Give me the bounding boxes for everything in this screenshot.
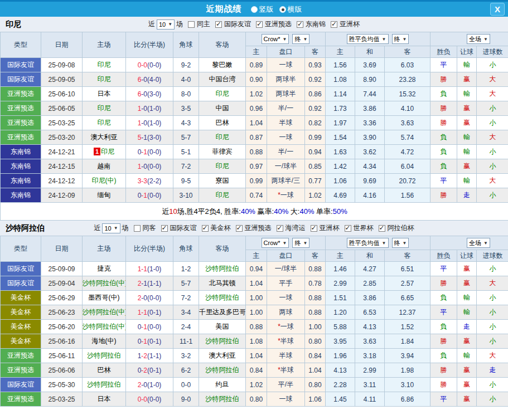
halftime-score: (0-0)	[147, 148, 161, 156]
select-value: Crow*	[264, 240, 280, 246]
result-group-header: 全场▼	[430, 32, 508, 46]
avg-home-cell: 1.42	[326, 159, 355, 174]
away-odds-cell: 0.78	[305, 276, 326, 291]
column-header: 类型	[1, 32, 41, 58]
away-goals: 3	[143, 177, 147, 185]
league-checkbox[interactable]	[311, 225, 317, 232]
league-checkbox[interactable]	[379, 225, 385, 232]
avg-draw-cell: 4.34	[355, 159, 385, 174]
avg-home-cell: 1.08	[326, 72, 355, 87]
score-cell: 1-0(0-0)	[126, 159, 173, 174]
handicap-result-cell: 輸	[457, 291, 477, 305]
final-odds-select[interactable]: 终▼	[292, 238, 309, 248]
table-row: 东南锦24-12-09缅甸0-1(0-0)3-10印尼0.74*一球1.024.…	[1, 188, 508, 203]
avg-home-cell: 3.95	[326, 334, 355, 349]
away-team-name: 沙特阿拉伯	[206, 395, 239, 403]
handicap-cell: 一/球半	[267, 262, 305, 276]
away-goals: 1	[143, 323, 147, 331]
away-odds-cell: 0.92	[305, 101, 326, 116]
corner-cell: 3-2	[173, 349, 199, 363]
corner-cell: 3-4	[173, 305, 199, 320]
table-row: 国际友谊25-09-09捷克1-1(1-0)1-2沙特阿拉伯0.94一/球半0.…	[1, 262, 508, 276]
avg-home-cell: 2.99	[326, 276, 355, 291]
wdl-result-cell: 負	[430, 349, 457, 363]
table-row: 美金杯25-06-16海地(中)0-1(0-1)11-1沙特阿拉伯1.08*半球…	[1, 334, 508, 349]
away-team-name: 寮国	[216, 177, 229, 184]
select-value: Crow*	[264, 36, 280, 42]
avg-draw-cell: 3.86	[355, 291, 385, 305]
handicap-result-cell: 輸	[457, 87, 477, 101]
home-team-name: 沙特阿拉伯(中)	[83, 323, 126, 330]
home-team-name: 巴林	[98, 366, 111, 374]
corner-cell: 9-0	[173, 392, 199, 407]
sub-column-header: 主	[246, 46, 267, 58]
close-icon[interactable]: X	[490, 3, 505, 16]
avg-draw-cell: 2.85	[355, 276, 385, 291]
summary-text: 40%	[274, 207, 288, 216]
wdl-result-cell: 平	[430, 58, 457, 72]
wdl-average-select[interactable]: 胜平负均值▼	[347, 238, 389, 248]
corner-cell: 5-7	[173, 276, 199, 291]
horizontal-layout-radio[interactable]	[279, 6, 286, 13]
home-odds-cell: 0.94	[246, 262, 267, 276]
league-checkbox[interactable]	[345, 225, 351, 232]
goals-result-cell: 大	[477, 87, 508, 101]
away-team-cell: 沙特阿拉伯	[199, 363, 246, 378]
home-team-name: 印尼(中)	[92, 177, 117, 184]
final-odds-select[interactable]: 终▼	[292, 34, 309, 44]
score-cell: 1-0(1-0)	[126, 116, 173, 130]
corner-cell: 2-4	[173, 320, 199, 334]
home-odds-cell: 0.97	[246, 159, 267, 174]
avg-away-cell: 1.52	[385, 320, 430, 334]
column-header: 主场	[83, 32, 126, 58]
away-odds-cell: 0.88	[305, 305, 326, 320]
corner-cell: 4-3	[173, 116, 199, 130]
match-date-cell: 25-06-10	[41, 87, 83, 101]
wdl-average-select[interactable]: 胜平负均值▼	[347, 34, 389, 44]
avg-home-cell: 1.73	[326, 101, 355, 116]
handicap-result-cell: 輸	[457, 349, 477, 363]
bookmaker-select[interactable]: Crow*▼	[262, 238, 289, 248]
final-avg-select[interactable]: 终▼	[392, 238, 409, 248]
games-count-select[interactable]: 10▼	[157, 19, 175, 30]
chevron-down-icon: ▼	[114, 226, 118, 231]
fulltime-scope-select[interactable]: 全场▼	[467, 34, 490, 44]
header-row-dropdowns: 类型日期主场比分(半场)角球客场Crow*▼终▼胜平负均值▼终▼全场▼	[1, 32, 508, 46]
halftime-score: (0-0)	[147, 192, 161, 199]
column-header: 日期	[41, 236, 83, 262]
avg-away-cell: 3.63	[385, 116, 430, 130]
avg-away-cell: 4.72	[385, 145, 430, 159]
league-checkbox[interactable]	[277, 225, 283, 232]
wdl-result-cell: 負	[430, 130, 457, 145]
league-checkbox[interactable]	[161, 225, 168, 232]
match-type-cell: 亚洲预选	[1, 130, 41, 145]
league-checkbox[interactable]	[202, 225, 209, 232]
same-venue-checkbox[interactable]	[188, 21, 195, 28]
vertical-layout-radio[interactable]	[251, 6, 258, 13]
away-odds-cell: 0.80	[305, 378, 326, 392]
away-goals: 0	[143, 381, 147, 389]
wdl-result-cell: 負	[430, 87, 457, 101]
avg-away-cell: 6.04	[385, 159, 430, 174]
same-venue-checkbox[interactable]	[134, 225, 141, 232]
filter-bar: 印尼近10▼场同主国际友谊亚洲预选东南锦亚洲杯	[0, 17, 508, 32]
away-team-cell: 中国台湾	[199, 72, 246, 87]
league-checkbox[interactable]	[236, 225, 243, 232]
handicap-cell: *一球	[267, 320, 305, 334]
away-goals: 0	[143, 61, 147, 69]
league-checkbox[interactable]	[256, 21, 263, 28]
bookmaker-select[interactable]: Crow*▼	[262, 34, 289, 44]
final-avg-select[interactable]: 终▼	[392, 34, 409, 44]
score-cell: 1-1(1-0)	[126, 262, 173, 276]
match-type-cell: 东南锦	[1, 174, 41, 188]
league-checkbox[interactable]	[215, 21, 222, 28]
goals-result-cell: 大	[477, 349, 508, 363]
fulltime-scope-select[interactable]: 全场▼	[467, 238, 490, 248]
avg-draw-cell: 3.36	[355, 116, 385, 130]
sub-column-header: 客	[385, 250, 430, 262]
halftime-score: (2-2)	[147, 177, 161, 185]
league-checkbox[interactable]	[297, 21, 303, 28]
avg-home-cell: 4.69	[326, 188, 355, 203]
games-count-select[interactable]: 10▼	[102, 223, 120, 233]
league-checkbox[interactable]	[331, 21, 337, 28]
